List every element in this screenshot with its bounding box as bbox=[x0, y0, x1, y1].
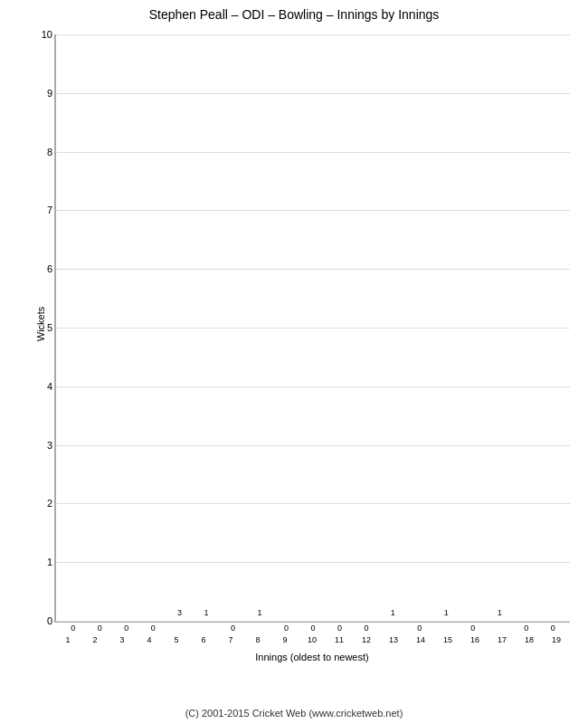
y-tick-label: 1 bbox=[47, 557, 52, 567]
x-tick-label: 3 bbox=[109, 635, 136, 644]
bar-value-label: 1 bbox=[498, 608, 502, 617]
x-tick-label: 6 bbox=[190, 635, 217, 644]
bar-value-label: 3 bbox=[177, 608, 182, 617]
x-tick-label: 9 bbox=[271, 635, 299, 644]
y-tick-label: 5 bbox=[47, 322, 52, 333]
bar-value-label: 1 bbox=[258, 608, 262, 617]
y-axis-label: Wickets bbox=[35, 307, 46, 342]
x-tick-label: 13 bbox=[380, 635, 407, 644]
bar-zero-label: 0 bbox=[337, 624, 342, 633]
bar-zero-label: 0 bbox=[124, 624, 128, 633]
y-tick-label: 8 bbox=[47, 147, 52, 157]
footer-text: (C) 2001-2015 Cricket Web (www.cricketwe… bbox=[0, 708, 588, 719]
x-tick-label: 5 bbox=[163, 635, 190, 644]
y-tick-label: 4 bbox=[47, 381, 52, 392]
x-tick-label: 15 bbox=[434, 635, 461, 644]
x-tick-label: 17 bbox=[488, 635, 516, 644]
x-tick-label: 16 bbox=[461, 635, 488, 644]
x-tick-label: 7 bbox=[217, 635, 244, 644]
bar-value-label: 1 bbox=[204, 608, 209, 617]
x-axis-title: Innings (oldest to newest) bbox=[54, 652, 570, 662]
bar-zero-label: 0 bbox=[284, 624, 289, 633]
x-tick-label: 12 bbox=[353, 635, 380, 644]
bar-zero-label: 0 bbox=[470, 624, 475, 633]
x-tick-label: 14 bbox=[407, 635, 434, 644]
bar-zero-label: 0 bbox=[364, 624, 368, 633]
bar-value-label: 1 bbox=[391, 608, 395, 617]
y-tick-label: 6 bbox=[47, 263, 52, 274]
x-tick-label: 19 bbox=[543, 635, 570, 644]
chart-title: Stephen Peall – ODI – Bowling – Innings … bbox=[149, 7, 440, 22]
x-tick-label: 8 bbox=[244, 635, 271, 644]
bar-zero-label: 0 bbox=[417, 624, 422, 633]
y-tick-label: 10 bbox=[42, 29, 52, 40]
bar-zero-label: 0 bbox=[151, 624, 156, 633]
bar-zero-label: 0 bbox=[98, 624, 102, 633]
y-tick-label: 7 bbox=[47, 205, 52, 215]
chart-container: Stephen Peall – ODI – Bowling – Innings … bbox=[0, 0, 588, 724]
grid-line bbox=[56, 621, 570, 622]
bar-zero-label: 0 bbox=[71, 624, 75, 633]
bar-zero-label: 0 bbox=[551, 624, 555, 633]
x-tick-label: 18 bbox=[516, 635, 543, 644]
bar-zero-label: 0 bbox=[524, 624, 528, 633]
y-tick-label: 9 bbox=[47, 88, 52, 99]
x-tick-label: 1 bbox=[54, 635, 81, 644]
bar-zero-label: 0 bbox=[231, 624, 235, 633]
y-tick-label: 2 bbox=[47, 498, 52, 509]
x-tick-label: 4 bbox=[136, 635, 163, 644]
x-tick-label: 10 bbox=[299, 635, 326, 644]
x-tick-label: 2 bbox=[81, 635, 109, 644]
x-tick-label: 11 bbox=[326, 635, 353, 644]
bar-zero-label: 0 bbox=[310, 624, 315, 633]
y-tick-label: 0 bbox=[47, 615, 52, 626]
bar-value-label: 1 bbox=[444, 608, 449, 617]
y-tick-label: 3 bbox=[47, 440, 52, 451]
